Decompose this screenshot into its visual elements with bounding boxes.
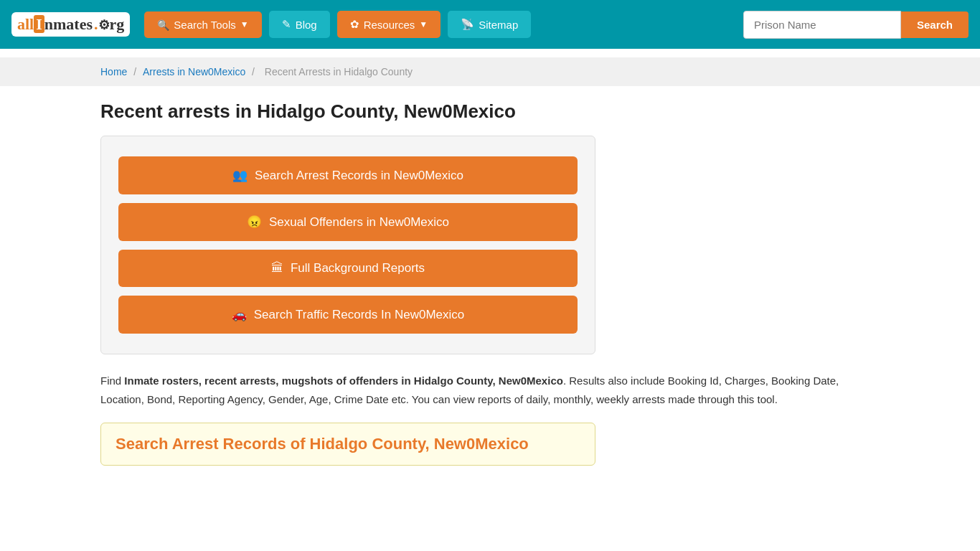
sitemap-label: Sitemap <box>479 19 518 31</box>
resources-label: Resources <box>364 19 415 31</box>
search-tools-button[interactable]: Search Tools ▼ <box>144 11 261 38</box>
main-content: Recent arrests in Hidalgo County, New0Me… <box>0 86 980 494</box>
header-search-button[interactable]: Search <box>901 11 969 38</box>
breadcrumb-home[interactable]: Home <box>100 66 127 77</box>
blog-button[interactable]: ✎ Blog <box>269 11 330 38</box>
chevron-down-icon-resources: ▼ <box>419 19 428 29</box>
section-heading-text: Search Arrest Records of Hidalgo County,… <box>116 435 529 453</box>
chevron-down-icon: ▼ <box>240 19 249 29</box>
arrest-records-button[interactable]: 👥 Search Arrest Records in New0Mexico <box>118 156 578 194</box>
search-icon <box>157 19 169 31</box>
desc-part1: Find <box>100 375 124 387</box>
sitemap-icon: 📡 <box>461 18 474 31</box>
sexual-offenders-button[interactable]: 😠 Sexual Offenders in New0Mexico <box>118 203 578 241</box>
header: allInmates.⚙rg Search Tools ▼ ✎ Blog ✿ R… <box>0 0 980 49</box>
logo-text: allInmates.⚙rg <box>17 15 124 34</box>
desc-bold: Inmate rosters, recent arrests, mugshots… <box>124 375 563 387</box>
page-title: Recent arrests in Hidalgo County, New0Me… <box>100 100 880 123</box>
search-button-label: Search <box>917 19 953 31</box>
people-icon: 👥 <box>232 168 248 183</box>
blog-label: Blog <box>296 19 317 31</box>
breadcrumb-current: Recent Arrests in Hidalgo County <box>265 66 413 77</box>
building-icon: 🏛 <box>271 261 283 276</box>
arrest-records-label: Search Arrest Records in New0Mexico <box>255 169 463 183</box>
sexual-offenders-label: Sexual Offenders in New0Mexico <box>269 215 449 230</box>
breadcrumb-sep-1: / <box>133 66 139 77</box>
sitemap-button[interactable]: 📡 Sitemap <box>448 11 531 38</box>
breadcrumb-arrests[interactable]: Arrests in New0Mexico <box>143 66 245 77</box>
resources-icon: ✿ <box>350 18 359 31</box>
breadcrumb-sep-2: / <box>252 66 258 77</box>
section-heading: Search Arrest Records of Hidalgo County,… <box>100 423 595 466</box>
logo[interactable]: allInmates.⚙rg <box>11 12 130 37</box>
prison-name-input[interactable] <box>743 11 901 39</box>
blog-icon: ✎ <box>282 18 291 31</box>
background-reports-button[interactable]: 🏛 Full Background Reports <box>118 250 578 287</box>
traffic-records-label: Search Traffic Records In New0Mexico <box>254 308 465 322</box>
background-reports-label: Full Background Reports <box>291 261 425 276</box>
header-search-bar: Search <box>743 11 969 39</box>
action-card: 👥 Search Arrest Records in New0Mexico 😠 … <box>100 136 595 354</box>
car-icon: 🚗 <box>232 307 247 322</box>
traffic-records-button[interactable]: 🚗 Search Traffic Records In New0Mexico <box>118 296 578 334</box>
resources-button[interactable]: ✿ Resources ▼ <box>337 11 441 38</box>
breadcrumb: Home / Arrests in New0Mexico / Recent Ar… <box>0 57 980 86</box>
description-text: Find Inmate rosters, recent arrests, mug… <box>100 372 880 408</box>
search-tools-label: Search Tools <box>174 19 235 31</box>
offender-icon: 😠 <box>247 215 262 230</box>
